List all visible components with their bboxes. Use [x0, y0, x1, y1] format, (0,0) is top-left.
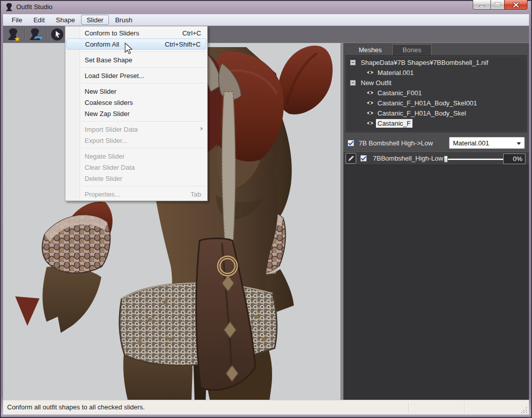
menu-item-clear-slider-data[interactable]: Clear Slider Data — [65, 162, 207, 173]
menu-separator — [81, 186, 205, 186]
tree-item-label: Castanic_F_H01A_Body_Skel001 — [376, 99, 479, 107]
slider-menu-popup: Conform to Sliders Ctrl+C Conform All Ct… — [65, 26, 208, 201]
tree-item-label: Material.001 — [376, 68, 415, 77]
statusbar-separator — [464, 402, 465, 413]
slider-track[interactable] — [447, 159, 506, 160]
menu-item-load-slider-preset[interactable]: Load Slider Preset... — [65, 70, 207, 81]
tree-item-label: Castanic_F001 — [376, 89, 423, 97]
slider-row: 7BBombshell_High-Low 0% — [344, 151, 529, 165]
pencil-icon — [348, 155, 354, 162]
menu-file[interactable]: File — [7, 15, 27, 25]
shortcut-label: Tab — [180, 191, 201, 198]
submenu-arrow-icon — [201, 127, 203, 131]
mouse-cursor — [125, 43, 134, 55]
tree-item-label: Castanic_F_H01A_Body_Skel — [376, 109, 468, 118]
tree-item-shapedata[interactable]: ShapeData¥7B Shapes¥7BBombshell_1.nif — [346, 57, 526, 67]
menu-brush[interactable]: Brush — [110, 15, 137, 25]
slider-thumb[interactable] — [444, 156, 448, 163]
menu-item-export-slider[interactable]: Export Slider... — [65, 135, 207, 146]
menu-shape[interactable]: Shape — [51, 15, 80, 25]
window-controls — [473, 0, 527, 10]
load-project-icon — [28, 27, 43, 42]
menu-item-delete-slider[interactable]: Delete Slider — [65, 173, 207, 184]
new-project-button[interactable] — [4, 27, 23, 42]
statusbar: Conform all outfit shapes to all checked… — [3, 400, 529, 414]
meshes-panel: Meshes Bones ShapeData¥7B Shapes¥7BBombs… — [344, 43, 529, 400]
minimize-button[interactable] — [473, 0, 491, 10]
menu-item-conform-all[interactable]: Conform All Ctrl+Shift+C — [66, 39, 206, 50]
maximize-button[interactable] — [490, 0, 505, 10]
menu-separator — [81, 52, 205, 52]
eye-icon[interactable] — [366, 70, 374, 75]
material-dropdown[interactable]: Material.001 — [449, 137, 525, 149]
tree-item-castanic-f-h01a-body-skel001[interactable]: Castanic_F_H01A_Body_Skel001 — [346, 98, 526, 108]
load-project-button[interactable] — [26, 27, 45, 42]
tree-item-label: ShapeData¥7B Shapes¥7BBombshell_1.nif — [359, 58, 490, 67]
shortcut-label: Ctrl+Shift+C — [155, 41, 201, 48]
minimize-icon — [479, 3, 485, 7]
conform-checkbox[interactable] — [348, 140, 354, 146]
slider-label: 7BBombshell_High-Low — [373, 155, 443, 162]
menu-separator — [81, 67, 205, 68]
tree-item-label: New Outfit — [359, 79, 393, 87]
menu-separator — [81, 121, 205, 122]
menu-item-conform-to-sliders[interactable]: Conform to Sliders Ctrl+C — [65, 27, 207, 39]
tab-bones[interactable]: Bones — [392, 44, 432, 55]
toolbar-separator — [24, 28, 25, 41]
slider-checkbox[interactable] — [360, 155, 367, 162]
panel-tabs: Meshes Bones — [349, 44, 432, 55]
new-project-icon — [6, 27, 21, 42]
menu-item-properties[interactable]: Properties... Tab — [65, 188, 207, 200]
menu-item-import-slider-data[interactable]: Import Slider Data — [65, 124, 207, 135]
pointer-tool-icon — [50, 27, 64, 42]
conform-row: 7B Bombshell High->Low Material.001 — [344, 136, 529, 150]
eye-icon[interactable] — [366, 121, 374, 126]
edit-slider-button[interactable] — [346, 153, 356, 164]
menu-item-new-zap-slider[interactable]: New Zap Slider — [65, 108, 207, 119]
close-button[interactable] — [504, 0, 527, 10]
eye-icon[interactable] — [366, 100, 374, 105]
menu-item-set-base-shape[interactable]: Set Base Shape — [65, 54, 207, 65]
app-window: Outfit Studio File Edit Shape Slider Bru… — [0, 0, 532, 418]
slider-list-area — [344, 165, 529, 400]
maximize-icon — [495, 2, 501, 7]
menubar: File Edit Shape Slider Brush — [3, 14, 529, 26]
resize-grip[interactable] — [521, 407, 527, 413]
status-message: Conform all outfit shapes to all checked… — [7, 403, 145, 411]
close-icon — [513, 2, 519, 8]
collapse-icon[interactable] — [350, 80, 356, 86]
titlebar[interactable]: Outfit Studio — [0, 0, 532, 14]
app-logo-icon — [5, 3, 14, 12]
tab-meshes[interactable]: Meshes — [349, 44, 392, 55]
tree-item-new-outfit[interactable]: New Outfit — [346, 78, 526, 88]
pointer-tool-button[interactable] — [48, 27, 67, 42]
tree-item-castanic-f[interactable]: Castanic_F — [346, 118, 526, 128]
menu-separator — [81, 148, 205, 148]
menu-separator — [81, 83, 205, 84]
eye-icon[interactable] — [366, 110, 374, 116]
mesh-tree: ShapeData¥7B Shapes¥7BBombshell_1.nif Ma… — [346, 55, 527, 132]
tree-item-label: Castanic_F — [376, 119, 412, 128]
menu-item-negate-slider[interactable]: Negate Slider — [65, 150, 207, 162]
tree-item-castanic-f001[interactable]: Castanic_F001 — [346, 88, 526, 98]
tree-item-castanic-f-h01a-body-skel[interactable]: Castanic_F_H01A_Body_Skel — [346, 108, 526, 118]
tree-item-material001[interactable]: Material.001 — [346, 67, 526, 78]
eye-icon[interactable] — [366, 90, 374, 95]
statusbar-separator — [408, 402, 409, 413]
toolbar-separator — [46, 28, 47, 41]
chevron-down-icon — [517, 142, 521, 145]
menu-slider[interactable]: Slider — [81, 15, 109, 25]
menu-item-new-slider[interactable]: New Slider — [65, 86, 207, 97]
material-dropdown-value: Material.001 — [453, 139, 489, 147]
slider-value-box[interactable]: 0% — [503, 154, 525, 164]
shortcut-label: Ctrl+C — [172, 29, 201, 37]
menu-edit[interactable]: Edit — [28, 15, 50, 25]
menu-item-coalesce-sliders[interactable]: Coalesce sliders — [65, 97, 207, 108]
collapse-icon[interactable] — [350, 60, 356, 65]
conform-label: 7B Bombshell High->Low — [359, 139, 433, 147]
window-title: Outfit Studio — [16, 3, 53, 11]
